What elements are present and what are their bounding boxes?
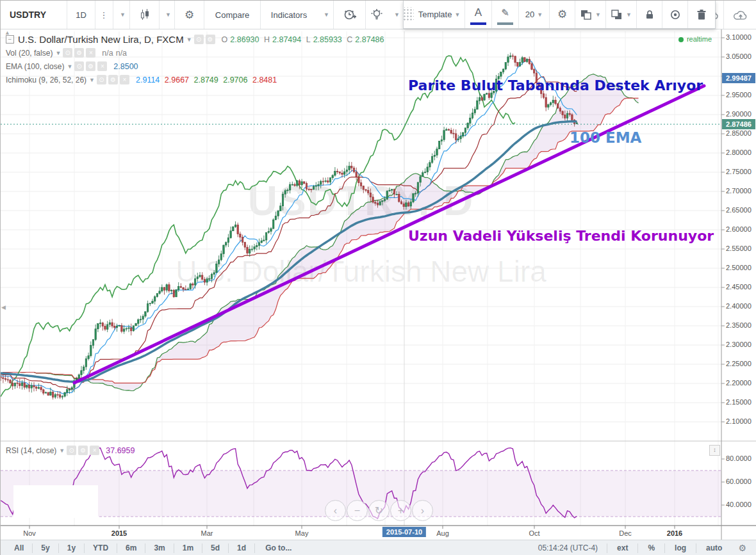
price-tick-label: 3.10000 xyxy=(726,33,752,41)
time-tick-label: May xyxy=(295,529,309,537)
close-icon[interactable]: × xyxy=(97,61,107,71)
range-5y[interactable]: 5y xyxy=(33,543,58,553)
gear-icon[interactable]: ⚙ xyxy=(206,35,215,44)
extended-hours-toggle[interactable]: ext xyxy=(607,543,638,553)
gear-icon[interactable]: ⚙ xyxy=(108,75,118,84)
range-all[interactable]: All xyxy=(6,543,33,553)
symbol-search-button[interactable]: USDTRY xyxy=(1,1,67,29)
eye-icon[interactable]: ⊙ xyxy=(97,75,106,84)
trash-icon xyxy=(696,9,707,20)
bring-forward-icon xyxy=(580,9,593,20)
zoom-out-button[interactable]: − xyxy=(347,500,368,521)
annotation-100-ema[interactable]: 100 EMA xyxy=(570,129,641,146)
save-chart-button[interactable] xyxy=(723,1,756,29)
selected-date-label: 2015-07-10 xyxy=(382,527,426,537)
scroll-right-button[interactable]: › xyxy=(412,500,433,521)
drag-handle-icon[interactable] xyxy=(404,7,414,22)
chevron-down-icon[interactable]: ▼ xyxy=(186,36,192,43)
annotation-uptrend[interactable]: Uzun Vadeli Yükseliş Trendi Korunuyor xyxy=(408,228,714,244)
ichimoku-values: 2.9114 2.9667 2.8749 2.9706 2.8481 xyxy=(136,76,279,84)
chevron-down-icon[interactable]: ▼ xyxy=(67,63,72,70)
price-tick-label: 2.75000 xyxy=(726,168,752,175)
price-tick-label: 2.55000 xyxy=(726,245,752,252)
line-color-button[interactable]: ✎ xyxy=(492,1,519,28)
eye-icon[interactable]: ⊙ xyxy=(63,48,72,58)
close-icon[interactable]: × xyxy=(90,446,99,455)
add-alert-button[interactable] xyxy=(334,1,366,29)
chevron-down-icon[interactable]: ▼ xyxy=(55,50,61,56)
indicators-dropdown[interactable]: ▼ xyxy=(317,1,334,29)
chevron-down-icon[interactable]: ▼ xyxy=(89,77,95,83)
percent-scale-toggle[interactable]: % xyxy=(638,543,665,553)
chevron-down-icon[interactable]: ▼ xyxy=(59,447,65,454)
gear-icon: ⚙ xyxy=(557,8,567,21)
scroll-left-edge-icon[interactable]: ◀ xyxy=(1,304,6,310)
gear-icon[interactable]: ⚙ xyxy=(78,446,88,455)
realtime-dot-icon xyxy=(678,37,684,42)
time-tick-label: 2015 xyxy=(111,529,127,537)
range-1m[interactable]: 1m xyxy=(174,543,202,553)
goto-date-button[interactable]: Go to... xyxy=(255,543,302,552)
collapse-toolbar-icon[interactable]: ▲ xyxy=(4,29,10,36)
ema-label: EMA (100, close) xyxy=(6,62,64,71)
drawing-toolbar: Template▼ A ✎ 20▼ ⚙ ▼ ▼ xyxy=(403,1,716,29)
range-6m[interactable]: 6m xyxy=(117,543,145,553)
ema-value: 2.8500 xyxy=(113,62,138,71)
gear-icon[interactable]: ⚙ xyxy=(732,543,756,553)
range-ytd[interactable]: YTD xyxy=(85,543,117,553)
gear-icon[interactable]: ⚙ xyxy=(74,48,84,58)
magnet-mode-button[interactable] xyxy=(662,1,688,28)
close-icon[interactable]: × xyxy=(86,48,95,58)
indicators-button[interactable]: Indicators xyxy=(261,1,317,29)
range-1y[interactable]: 1y xyxy=(59,543,85,553)
reset-chart-button[interactable]: ↻ xyxy=(368,500,390,521)
interval-dropdown-button[interactable]: ▼ xyxy=(113,1,130,29)
log-scale-toggle[interactable]: log xyxy=(665,543,696,553)
ideas-button[interactable] xyxy=(366,1,388,29)
time-tick-label: Oct xyxy=(529,529,539,537)
time-tick-label: Aug xyxy=(436,529,449,537)
font-size-button[interactable]: 20▼ xyxy=(519,1,550,28)
legend-ichimoku-row: Ichimoku (9, 26, 52, 26) ▼ ⊙ ⚙ × 2.9114 … xyxy=(6,73,387,86)
range-3m[interactable]: 3m xyxy=(145,543,174,553)
bring-forward-button[interactable]: ▼ xyxy=(575,1,606,28)
interval-button[interactable]: 1D xyxy=(67,1,95,29)
eye-icon[interactable]: ⊙ xyxy=(74,61,84,71)
symbol-title: U.S. Dollar/Turkish New Lira, D, FXCM xyxy=(18,34,184,45)
ideas-dropdown[interactable]: ▼ xyxy=(388,1,404,29)
drawing-settings-button[interactable]: ⚙ xyxy=(550,1,575,28)
delete-drawing-button[interactable] xyxy=(688,1,715,28)
chart-style-dropdown[interactable]: ▼ xyxy=(160,1,175,29)
price-tick-label: 2.80000 xyxy=(726,149,752,156)
pane-resize-button[interactable]: ↕ xyxy=(709,445,720,456)
trading-platform-window: USDTRY, D U.S. Dollar/Turkish New Lira −… xyxy=(0,0,756,555)
chart-legend: − U.S. Dollar/Turkish New Lira, D, FXCM … xyxy=(6,33,387,86)
ohlc-values: O2.86930 H2.87494 L2.85933 C2.87486 xyxy=(222,35,387,44)
pencil-icon: ✎ xyxy=(501,7,509,19)
annotation-cloud-support[interactable]: Parite Bulut Tabanında Destek Arıyor xyxy=(408,77,703,93)
rsi-tick-label: 80.0000 xyxy=(726,454,752,462)
eye-icon[interactable]: ⊙ xyxy=(194,35,204,44)
zoom-in-button[interactable]: + xyxy=(390,500,411,521)
chart-properties-button[interactable]: ⚙ xyxy=(175,1,204,29)
auto-scale-toggle[interactable]: auto xyxy=(696,543,732,553)
target-icon xyxy=(670,9,681,20)
vol-values: n/an/a xyxy=(102,49,129,58)
line-color-swatch xyxy=(497,22,513,25)
interval-menu-button[interactable]: ⋮ xyxy=(95,1,113,29)
template-button[interactable]: Template▼ xyxy=(414,1,465,28)
range-1d[interactable]: 1d xyxy=(229,543,255,553)
send-backward-button[interactable]: ▼ xyxy=(606,1,637,28)
lock-button[interactable] xyxy=(637,1,662,28)
scroll-left-button[interactable]: ‹ xyxy=(325,500,346,521)
close-icon[interactable]: × xyxy=(120,75,129,84)
range-5d[interactable]: 5d xyxy=(202,543,229,553)
compare-button[interactable]: Compare xyxy=(204,1,261,29)
text-color-button[interactable]: A xyxy=(465,1,492,28)
clock-timezone[interactable]: 05:14:24 (UTC-4) xyxy=(529,543,607,553)
eye-icon[interactable]: ⊙ xyxy=(67,446,76,455)
chart-style-button[interactable] xyxy=(130,1,160,29)
gear-icon[interactable]: ⚙ xyxy=(86,61,95,71)
collapse-pane-icon[interactable]: − xyxy=(6,35,14,44)
price-tick-label: 2.25000 xyxy=(726,360,752,367)
